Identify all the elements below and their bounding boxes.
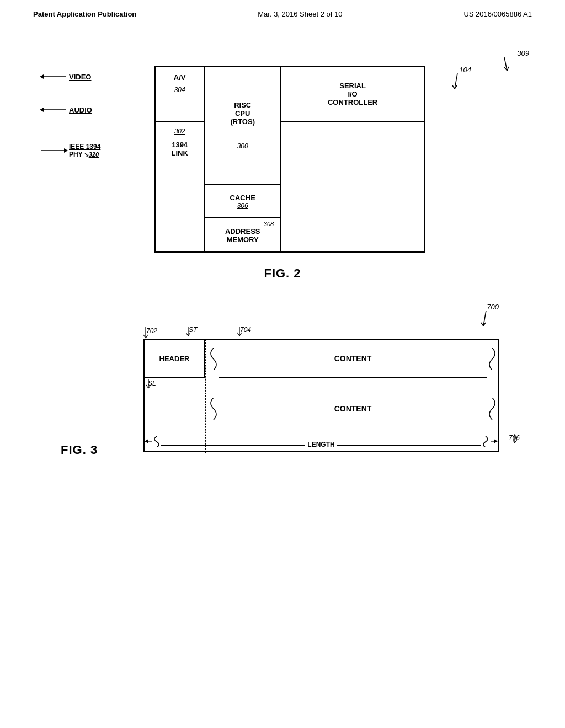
header-center: Mar. 3, 2016 Sheet 2 of 10 <box>258 10 342 18</box>
fig3-section: 700 702 ST 704 <box>33 303 532 463</box>
ref-700: 700 <box>487 303 499 311</box>
serial-line3: CONTROLLER <box>328 98 377 106</box>
col1-av: A/V 304 <box>156 67 204 122</box>
ieee-label: IEEE 1394 <box>69 143 100 151</box>
outside-labels: VIDEO AUDIO IEEE <box>39 71 100 158</box>
svg-line-19 <box>186 333 188 336</box>
block-diagram-container: 309 VIDEO <box>33 66 532 253</box>
svg-marker-31 <box>145 439 148 443</box>
audio-label-row: AUDIO <box>39 104 100 115</box>
fig3-caption: FIG. 3 <box>61 443 98 457</box>
svg-line-22 <box>237 333 239 336</box>
squiggle-right-row2 <box>487 398 498 420</box>
ref-309-arrow <box>499 57 515 74</box>
content-box-row1: CONTENT <box>219 340 487 378</box>
video-label-row: VIDEO <box>39 71 100 82</box>
video-label: VIDEO <box>69 73 91 81</box>
ref-308: 308 <box>264 221 274 227</box>
svg-line-20 <box>188 333 190 336</box>
page-body: 104 309 <box>0 24 565 474</box>
ref-700-arrow <box>478 311 494 330</box>
svg-line-5 <box>507 67 509 71</box>
content-box-row2: CONTENT <box>219 389 487 428</box>
serial-line1: SERIAL <box>339 82 366 90</box>
ref-302: 302 <box>174 127 185 135</box>
ref-706-arrow <box>511 434 519 446</box>
cache-label: CACHE <box>230 194 255 202</box>
audio-label: AUDIO <box>69 106 92 114</box>
col1: A/V 304 302 1394 LINK <box>156 67 205 251</box>
col2-cache: CACHE 306 <box>205 185 280 218</box>
col3-serial: SERIAL I/O CONTROLLER <box>281 67 424 122</box>
cache-ref: 306 <box>237 202 248 210</box>
length-squiggle-right <box>481 436 490 447</box>
ref-309: 309 <box>517 49 529 57</box>
svg-line-25 <box>146 385 148 388</box>
squiggle-left-row2 <box>208 398 219 420</box>
svg-marker-9 <box>40 108 44 112</box>
svg-marker-7 <box>40 74 44 79</box>
phy-label: PHY <box>69 151 83 158</box>
link-label-line2: LINK <box>171 149 188 157</box>
link-label-line1: 1394 <box>172 141 188 149</box>
av-label: A/V <box>174 73 186 82</box>
squiggle-right-row1 <box>487 348 498 370</box>
svg-line-16 <box>143 335 146 338</box>
ref-320: 320 <box>89 151 99 158</box>
length-squiggle-left <box>152 436 161 447</box>
ref-300: 300 <box>237 142 248 150</box>
fig2-caption: FIG. 2 <box>33 266 532 281</box>
svg-line-13 <box>481 323 483 326</box>
ST-arrow <box>184 327 192 339</box>
length-row: LENGTH <box>145 431 498 451</box>
svg-line-17 <box>146 335 148 338</box>
col3: SERIAL I/O CONTROLLER <box>281 67 424 251</box>
header-label: HEADER <box>159 355 190 363</box>
squiggle-left-row1 <box>208 348 219 370</box>
col3-empty <box>281 122 424 251</box>
outer-packet-border: HEADER CONTENT SL <box>143 339 499 452</box>
main-block-diagram: A/V 304 302 1394 LINK RISC CPU (RTOS) <box>154 66 425 253</box>
col2: RISC CPU (RTOS) 300 CACHE 306 308 ADDRES… <box>205 67 281 251</box>
ieee-label-group: IEEE 1394 PHY ↘ 320 <box>69 143 100 158</box>
header-box: HEADER <box>145 340 205 378</box>
addr-mem-line1: ADDRESS <box>225 227 260 235</box>
video-arrow <box>39 71 69 82</box>
content-label-1: CONTENT <box>334 354 372 363</box>
fig3-diagram-area: 700 702 ST 704 <box>44 303 532 463</box>
col1-link: 302 1394 LINK <box>156 122 204 185</box>
col2-addrmem: 308 ADDRESS MEMORY <box>205 218 280 251</box>
length-arrow-left <box>145 437 152 446</box>
risc-line1: RISC <box>234 101 251 109</box>
risc-line3: (RTOS) <box>230 117 255 126</box>
svg-line-23 <box>239 333 242 336</box>
length-arrow-right <box>490 437 498 446</box>
ref-704-arrow <box>236 327 243 339</box>
length-label: LENGTH <box>305 441 337 448</box>
header-right: US 2016/0065886 A1 <box>463 10 532 18</box>
fig2-section: 104 309 <box>33 66 532 281</box>
page-header: Patent Application Publication Mar. 3, 2… <box>0 0 565 24</box>
col2-risc: RISC CPU (RTOS) 300 <box>205 67 280 185</box>
SL-arrow <box>145 379 152 392</box>
risc-line2: CPU <box>235 109 250 117</box>
svg-marker-33 <box>494 439 498 443</box>
svg-line-26 <box>148 385 151 388</box>
length-line-mid: LENGTH <box>161 436 481 446</box>
ieee-label-row: IEEE 1394 PHY ↘ 320 <box>39 143 100 158</box>
ieee-arrow <box>39 145 69 156</box>
av-ref: 304 <box>174 86 185 94</box>
addr-mem-line2: MEMORY <box>227 235 259 244</box>
audio-arrow <box>39 104 69 115</box>
content-label-2: CONTENT <box>334 404 372 413</box>
header-left: Patent Application Publication <box>33 10 136 18</box>
serial-line2: I/O <box>348 90 357 98</box>
svg-marker-11 <box>64 148 68 153</box>
